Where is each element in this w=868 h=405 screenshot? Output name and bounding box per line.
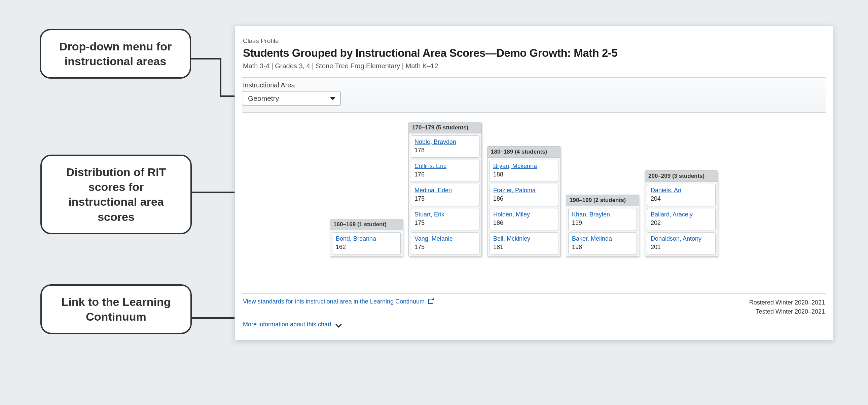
- external-link-icon: [428, 299, 433, 304]
- instructional-area-bar: Instructional Area Geometry: [242, 77, 826, 112]
- chevron-down-icon: [335, 322, 341, 328]
- callout-dropdown: Drop-down menu for instructional areas: [40, 29, 191, 79]
- band-body: Daniels, Ari204Ballard, Aracely202Donald…: [645, 182, 718, 257]
- callout-continuum: Link to the Learning Continuum: [40, 284, 192, 334]
- student-name-link[interactable]: Noble, Braydon: [414, 138, 476, 145]
- more-info-label: More information about this chart: [243, 321, 331, 328]
- band-header: 190–199 (2 students): [566, 195, 639, 206]
- class-profile-panel: Class Profile Students Grouped by Instru…: [235, 26, 833, 340]
- score-band: 200–209 (3 students)Daniels, Ari204Balla…: [645, 170, 718, 257]
- tested-term: Tested Winter 2020–2021: [749, 307, 825, 316]
- student-name-link[interactable]: Collins, Eric: [414, 163, 476, 170]
- score-band: 170–179 (5 students)Noble, Braydon178Col…: [408, 122, 482, 257]
- student-card: Medina, Eden175: [411, 184, 479, 206]
- student-card: Khan, Braylen199: [568, 208, 637, 230]
- band-body: Bond, Breanna162: [330, 230, 403, 257]
- term-info: Rostered Winter 2020–2021 Tested Winter …: [749, 298, 825, 316]
- dropdown-value: Geometry: [248, 95, 279, 102]
- student-score: 204: [651, 195, 712, 202]
- student-card: Frazier, Paloma186: [490, 184, 558, 206]
- student-name-link[interactable]: Frazier, Paloma: [493, 187, 554, 194]
- student-card: Baker, Melinda198: [568, 232, 637, 255]
- caret-down-icon: [330, 97, 335, 100]
- student-score: 176: [414, 171, 476, 178]
- student-score: 199: [572, 220, 633, 227]
- student-name-link[interactable]: Baker, Melinda: [572, 235, 633, 242]
- student-name-link[interactable]: Medina, Eden: [414, 187, 476, 194]
- callout-distribution: Distribution of RIT scores for instructi…: [40, 155, 192, 234]
- student-name-link[interactable]: Vang, Melanie: [414, 235, 476, 242]
- student-name-link[interactable]: Ballard, Aracely: [651, 211, 712, 218]
- student-name-link[interactable]: Stuart, Erik: [414, 211, 476, 218]
- student-card: Holden, Miley186: [490, 208, 558, 230]
- student-name-link[interactable]: Holden, Miley: [493, 211, 554, 218]
- band-header: 160–169 (1 student): [330, 219, 403, 230]
- student-card: Daniels, Ari204: [647, 184, 716, 206]
- student-name-link[interactable]: Bell, Mckinley: [493, 235, 554, 242]
- more-info-toggle[interactable]: More information about this chart: [242, 321, 826, 333]
- student-name-link[interactable]: Bryan, Mckenna: [493, 163, 554, 170]
- student-score: 198: [572, 244, 633, 251]
- student-name-link[interactable]: Bond, Breanna: [336, 235, 397, 242]
- student-score: 201: [651, 244, 712, 251]
- band-body: Khan, Braylen199Baker, Melinda198: [566, 206, 639, 257]
- breadcrumb: Class Profile: [243, 37, 826, 45]
- band-body: Bryan, Mckenna188Frazier, Paloma186Holde…: [488, 158, 560, 257]
- band-body: Noble, Braydon178Collins, Eric176Medina,…: [409, 133, 482, 257]
- panel-header: Class Profile Students Grouped by Instru…: [242, 33, 826, 76]
- rostered-term: Rostered Winter 2020–2021: [749, 298, 825, 307]
- band-header: 180–189 (4 students): [488, 146, 560, 158]
- student-card: Vang, Melanie175: [411, 232, 479, 255]
- student-score: 175: [414, 195, 476, 202]
- student-card: Bell, Mckinley181: [490, 232, 558, 255]
- continuum-link-text: View standards for this instructional ar…: [243, 298, 425, 305]
- student-card: Noble, Braydon178: [411, 135, 479, 158]
- rit-distribution-chart: 160–169 (1 student)Bond, Breanna162170–1…: [242, 112, 826, 294]
- score-band: 160–169 (1 student)Bond, Breanna162: [330, 219, 403, 257]
- student-name-link[interactable]: Donaldson, Antony: [651, 235, 712, 242]
- student-card: Bryan, Mckenna188: [490, 160, 558, 182]
- student-name-link[interactable]: Daniels, Ari: [651, 187, 712, 194]
- student-card: Stuart, Erik175: [411, 208, 479, 230]
- student-score: 175: [414, 220, 476, 227]
- student-score: 175: [414, 244, 476, 251]
- page-subtitle: Math 3-4 | Grades 3, 4 | Stone Tree Frog…: [243, 62, 826, 70]
- learning-continuum-link[interactable]: View standards for this instructional ar…: [243, 298, 433, 305]
- score-band: 180–189 (4 students)Bryan, Mckenna188Fra…: [487, 146, 560, 257]
- student-score: 178: [414, 147, 476, 154]
- instructional-area-dropdown[interactable]: Geometry: [243, 91, 340, 106]
- student-score: 186: [493, 220, 554, 227]
- dropdown-label: Instructional Area: [243, 81, 825, 89]
- student-card: Ballard, Aracely202: [647, 208, 716, 230]
- student-score: 162: [336, 244, 397, 251]
- student-card: Collins, Eric176: [411, 160, 479, 182]
- student-card: Donaldson, Antony201: [647, 232, 716, 255]
- student-score: 186: [493, 195, 554, 202]
- score-band: 190–199 (2 students)Khan, Braylen199Bake…: [566, 195, 639, 257]
- band-header: 200–209 (3 students): [645, 171, 718, 182]
- student-name-link[interactable]: Khan, Braylen: [572, 211, 633, 218]
- student-score: 202: [651, 220, 712, 227]
- student-card: Bond, Breanna162: [332, 232, 401, 255]
- student-score: 181: [493, 244, 554, 251]
- student-score: 188: [493, 171, 554, 178]
- page-title: Students Grouped by Instructional Area S…: [243, 47, 826, 60]
- band-header: 170–179 (5 students): [409, 122, 482, 133]
